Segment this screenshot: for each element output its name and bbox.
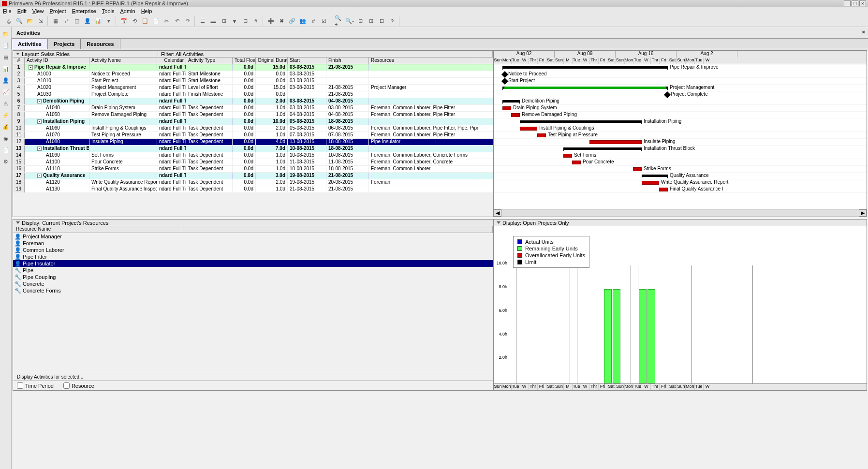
expander-icon[interactable]: -: [37, 99, 42, 103]
delete-icon[interactable]: ✖: [277, 16, 286, 26]
redo-icon[interactable]: ↷: [183, 16, 192, 26]
undo-icon[interactable]: ↶: [172, 16, 182, 26]
level-icon[interactable]: ⟲: [130, 16, 139, 26]
view-close-icon[interactable]: ×: [862, 29, 865, 35]
table-row[interactable]: 14A1090Set Formsndard Full TimeTask Depe…: [13, 152, 493, 159]
table-row[interactable]: 11A1070Test Piping at Pressurendard Full…: [13, 132, 493, 139]
fit-icon[interactable]: ⊡: [355, 16, 365, 26]
col-resources[interactable]: Resources: [369, 58, 478, 64]
schedule-icon[interactable]: 📅: [119, 16, 129, 26]
table-row[interactable]: 15A1100Pour Concretendard Full TimeTask …: [13, 159, 493, 166]
col-total-float[interactable]: Total Float: [233, 58, 256, 64]
histogram-bar[interactable]: [604, 289, 612, 383]
gantt-hscroll[interactable]: ◀▶: [494, 209, 867, 217]
more-icon[interactable]: ▾: [104, 16, 114, 26]
time-period-checkbox[interactable]: Time Period: [17, 382, 54, 389]
expander-icon[interactable]: -: [37, 174, 42, 178]
profile-icon[interactable]: 📊: [93, 16, 103, 26]
table-row[interactable]: 4A1020Project Managementndard Full TimeL…: [13, 85, 493, 91]
menu-tools[interactable]: Tools: [102, 8, 115, 14]
col-orig-duration[interactable]: Original Duration: [256, 58, 288, 64]
gantt-bar[interactable]: [511, 113, 520, 117]
table-row[interactable]: 2A1000Notice to Proceedndard Full TimeSt…: [13, 71, 493, 78]
menu-enterprise[interactable]: Enterprise: [72, 8, 96, 14]
zoomin-icon[interactable]: 🔍+: [334, 16, 344, 26]
paste-icon[interactable]: 📄: [151, 16, 161, 26]
resource-list[interactable]: 👤Project Manager👤Foreman👤Common Laborer👤…: [13, 233, 493, 373]
expander-icon[interactable]: -: [37, 147, 42, 151]
tracking-icon[interactable]: 📈: [1, 87, 11, 97]
col-calendar[interactable]: Calendar: [157, 58, 186, 64]
resource-item[interactable]: 🔧Pipe: [13, 267, 493, 274]
network-icon[interactable]: ◫: [72, 16, 82, 26]
tab-projects[interactable]: Projects: [47, 39, 81, 49]
resource-item[interactable]: 👤Pipe Insulator: [13, 260, 493, 267]
resource-item[interactable]: 🔧Concrete Forms: [13, 287, 493, 294]
timescale-icon[interactable]: ⊞: [219, 16, 229, 26]
tab-resources[interactable]: Resources: [80, 39, 120, 49]
gantt-bar[interactable]: [633, 167, 642, 171]
reports-icon[interactable]: 📊: [1, 64, 11, 73]
gantt-bar[interactable]: [563, 147, 642, 150]
table-row[interactable]: 9-Installation Pipingndard Full Time0.0d…: [13, 118, 493, 125]
gantt-body[interactable]: Pipe Repair & ImproveNotice to ProceedSt…: [494, 64, 867, 209]
table-row[interactable]: 16A1110Strike Formsndard Full TimeTask D…: [13, 166, 493, 173]
gantt-bar[interactable]: [502, 106, 511, 110]
resource-name-header[interactable]: Resource Name: [13, 226, 182, 233]
resource-display-selector[interactable]: Display: Current Project's Resources: [13, 220, 493, 226]
resource-histogram[interactable]: Actual UnitsRemaining Early UnitsOverall…: [494, 226, 867, 390]
wps-icon[interactable]: 📑: [1, 41, 11, 50]
histogram-bar[interactable]: [613, 289, 620, 383]
gantt-bar[interactable]: [501, 78, 508, 85]
expander-icon[interactable]: -: [37, 119, 42, 124]
cut-icon[interactable]: ✂: [162, 16, 171, 26]
table-row[interactable]: 18A1120Write Quality Assurance Reportnda…: [13, 179, 493, 186]
layout-selector[interactable]: Layout: Swiss Rides: [13, 51, 158, 57]
menu-help[interactable]: Help: [141, 8, 152, 14]
table-row[interactable]: 10A1060Install Piping & Couplingsndard F…: [13, 125, 493, 132]
filter-selector[interactable]: Filter: All Activities: [158, 51, 493, 57]
gantt-bar[interactable]: [502, 100, 520, 103]
resource-item[interactable]: 🔧Concrete: [13, 280, 493, 287]
gantt-bar[interactable]: [502, 87, 668, 89]
resource-item[interactable]: 👤Foreman: [13, 240, 493, 247]
gantt-bar[interactable]: [520, 127, 537, 131]
gantt-bar[interactable]: [642, 181, 659, 185]
admin-icon[interactable]: ⚙: [1, 157, 11, 166]
table-row[interactable]: 6-Demolition Pipingndard Full Time0.0d2.…: [13, 98, 493, 105]
gantt-bar[interactable]: [537, 133, 546, 137]
menu-edit[interactable]: Edit: [17, 8, 27, 14]
table-row[interactable]: 19A1130Final Quality Assurance Inspectio…: [13, 186, 493, 193]
filter-icon[interactable]: ▼: [230, 16, 239, 26]
resource-icon[interactable]: 👤: [83, 16, 92, 26]
import-icon[interactable]: ⇲: [36, 16, 45, 26]
table-row[interactable]: 7A1040Drain Piping Systemndard Full Time…: [13, 105, 493, 112]
histogram-bar[interactable]: [639, 289, 647, 383]
resource-item[interactable]: 🔧Pipe Coupling: [13, 274, 493, 280]
gantt-bar[interactable]: [589, 140, 642, 144]
gantt-bar[interactable]: [501, 71, 508, 78]
resources-icon[interactable]: 👤: [1, 75, 11, 85]
col-activity-id[interactable]: Activity ID: [25, 58, 89, 64]
table-icon[interactable]: ▦: [51, 16, 60, 26]
table-row[interactable]: 17-Quality Assurancendard Full Time0.0d3…: [13, 173, 493, 179]
assign-icon[interactable]: 👥: [298, 16, 308, 26]
resource-item[interactable]: 👤Project Manager: [13, 233, 493, 240]
histogram-display-selector[interactable]: Display: Open Projects Only: [494, 220, 867, 226]
group-icon[interactable]: ⊟: [240, 16, 250, 26]
thresholds-icon[interactable]: ◉: [1, 133, 11, 143]
table-row[interactable]: 8A1050Remove Damaged Pipingndard Full Ti…: [13, 112, 493, 118]
steps-icon[interactable]: ☑: [319, 16, 329, 26]
col-start[interactable]: Start: [288, 58, 326, 64]
sort-icon[interactable]: #: [251, 16, 261, 26]
resource-item[interactable]: 👤Common Laborer: [13, 247, 493, 253]
gantt-bar[interactable]: [502, 66, 668, 69]
menu-admin[interactable]: Admin: [120, 8, 135, 14]
resource-item[interactable]: 👤Pipe Fitter: [13, 253, 493, 260]
print-icon[interactable]: ⎙: [4, 16, 14, 26]
gantt-icon[interactable]: ⇄: [61, 16, 71, 26]
maximize-button[interactable]: □: [852, 0, 858, 6]
tab-activities[interactable]: Activities: [12, 39, 48, 49]
add-icon[interactable]: ➕: [266, 16, 276, 26]
menu-view[interactable]: View: [32, 8, 44, 14]
